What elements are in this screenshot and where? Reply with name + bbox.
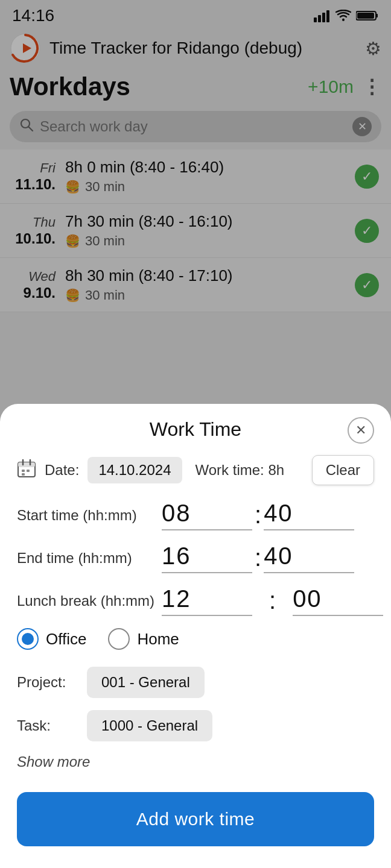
time-separator-1: : — [255, 502, 261, 529]
svg-rect-19 — [22, 473, 25, 476]
end-min-input[interactable]: 40 — [264, 542, 354, 573]
start-time-label: Start time (hh:mm) — [17, 507, 162, 524]
svg-rect-17 — [22, 470, 25, 472]
date-row: Date: 14.10.2024 Work time: 8h Clear — [17, 455, 374, 485]
lunch-inputs: 12 : 00 30 min — [162, 585, 391, 616]
end-hour-input[interactable]: 16 — [162, 542, 252, 573]
date-label: Date: — [45, 462, 79, 479]
clear-button[interactable]: Clear — [312, 455, 374, 485]
home-label: Home — [137, 630, 179, 649]
project-value[interactable]: 001 - General — [87, 667, 205, 698]
calendar-icon — [17, 459, 36, 482]
office-radio-inner — [22, 633, 34, 645]
start-time-row: Start time (hh:mm) 08 : 40 — [17, 500, 374, 530]
time-separator-2: : — [255, 544, 261, 571]
svg-rect-14 — [18, 462, 35, 467]
modal-title: Work Time — [150, 418, 241, 441]
work-time-modal: Work Time ✕ Date: 14.10.2024 Work time: … — [0, 404, 391, 868]
task-row: Task: 1000 - General — [17, 710, 374, 741]
time-separator-3: : — [269, 587, 276, 614]
lunch-label: Lunch break (hh:mm) — [17, 593, 162, 609]
lunch-min-input[interactable]: 00 — [293, 585, 383, 616]
show-more-button[interactable]: Show more — [17, 753, 374, 770]
add-work-time-button[interactable]: Add work time — [17, 792, 374, 846]
lunch-hour-input[interactable]: 12 — [162, 585, 252, 616]
start-min-input[interactable]: 40 — [264, 500, 354, 530]
end-time-label: End time (hh:mm) — [17, 550, 162, 567]
modal-close-button[interactable]: ✕ — [348, 417, 374, 444]
end-time-row: End time (hh:mm) 16 : 40 — [17, 542, 374, 573]
home-radio-option[interactable]: Home — [108, 628, 179, 650]
task-value[interactable]: 1000 - General — [87, 710, 212, 741]
home-radio-button[interactable] — [108, 628, 130, 650]
project-label: Project: — [17, 674, 77, 691]
task-label: Task: — [17, 717, 77, 734]
lunch-break-row: Lunch break (hh:mm) 12 : 00 30 min — [17, 585, 374, 616]
worktime-label: Work time: 8h — [196, 462, 285, 479]
location-radio-group: Office Home — [17, 628, 374, 650]
modal-header: Work Time ✕ — [17, 418, 374, 441]
office-label: Office — [46, 630, 86, 649]
date-value[interactable]: 14.10.2024 — [87, 457, 182, 483]
office-radio-option[interactable]: Office — [17, 628, 86, 650]
start-hour-input[interactable]: 08 — [162, 500, 252, 530]
svg-rect-18 — [27, 470, 30, 472]
office-radio-button[interactable] — [17, 628, 39, 650]
project-row: Project: 001 - General — [17, 667, 374, 698]
